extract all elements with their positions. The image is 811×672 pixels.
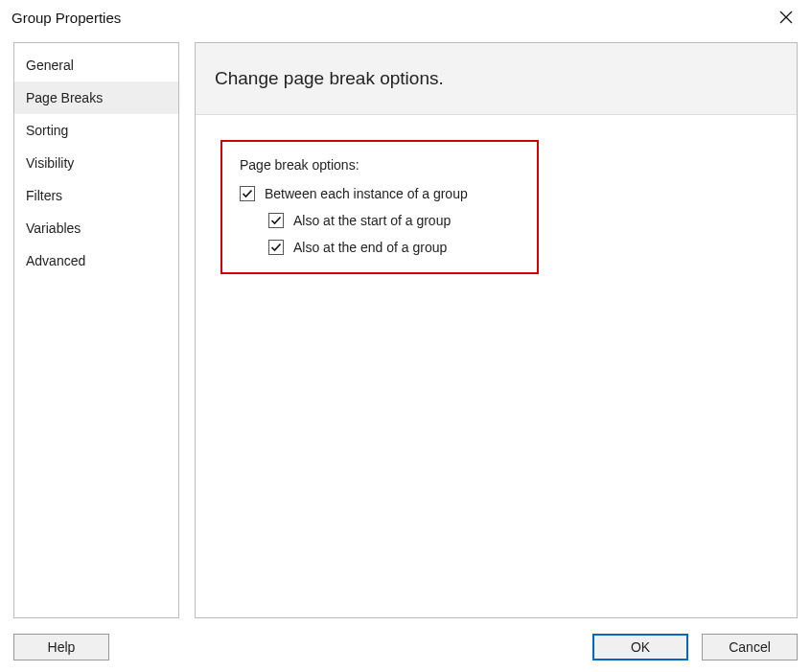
cancel-button[interactable]: Cancel (702, 634, 798, 660)
panel-content: Page break options: Between each instanc… (196, 115, 797, 617)
checkbox-row-end-of-group: Also at the end of a group (268, 240, 520, 255)
checkbox-label: Also at the start of a group (293, 213, 451, 228)
sidebar-item-page-breaks[interactable]: Page Breaks (14, 81, 178, 114)
checkbox-row-start-of-group: Also at the start of a group (268, 213, 520, 228)
sidebar-item-visibility[interactable]: Visibility (14, 147, 178, 179)
section-label: Page break options: (240, 157, 520, 173)
checkbox-label: Also at the end of a group (293, 240, 447, 255)
checkbox-label: Between each instance of a group (265, 186, 468, 201)
checkbox-between-instances[interactable] (240, 186, 255, 201)
checkmark-icon (242, 188, 253, 199)
sidebar-item-sorting[interactable]: Sorting (14, 114, 178, 147)
sidebar-item-filters[interactable]: Filters (14, 179, 178, 212)
checkbox-start-of-group[interactable] (268, 213, 284, 228)
sidebar-item-general[interactable]: General (14, 49, 178, 81)
checkmark-icon (270, 215, 282, 226)
titlebar: Group Properties (0, 0, 811, 35)
checkbox-end-of-group[interactable] (268, 240, 284, 255)
help-button[interactable]: Help (13, 634, 109, 660)
dialog-body: General Page Breaks Sorting Visibility F… (0, 35, 811, 626)
button-row: Help OK Cancel (0, 626, 811, 672)
checkmark-icon (270, 242, 282, 253)
sidebar-item-advanced[interactable]: Advanced (14, 244, 178, 277)
checkbox-row-between-instances: Between each instance of a group (240, 186, 520, 201)
sidebar: General Page Breaks Sorting Visibility F… (13, 42, 179, 618)
window-title: Group Properties (12, 10, 121, 26)
close-icon (779, 11, 793, 24)
ok-button[interactable]: OK (592, 634, 688, 660)
content-panel: Change page break options. Page break op… (195, 42, 798, 618)
panel-heading: Change page break options. (196, 43, 797, 115)
sidebar-item-variables[interactable]: Variables (14, 212, 178, 244)
close-button[interactable] (771, 6, 801, 29)
page-break-options-box: Page break options: Between each instanc… (220, 140, 539, 274)
